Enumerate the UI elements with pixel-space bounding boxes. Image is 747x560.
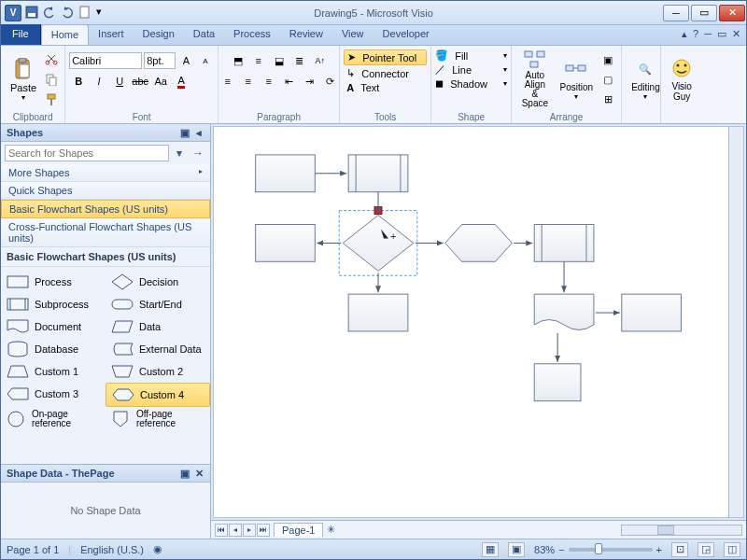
close-icon[interactable]: ✕	[193, 468, 204, 479]
fit-page-button[interactable]: ⊡	[671, 542, 688, 557]
zoom-out-button[interactable]: −	[558, 544, 564, 555]
align-top-button[interactable]: ⬒	[229, 51, 247, 70]
shape-document[interactable]: Document	[1, 315, 106, 338]
align-right-button[interactable]: ≡	[260, 72, 278, 91]
shape-database[interactable]: Database	[1, 338, 106, 360]
group-button[interactable]: ⊞	[599, 90, 617, 108]
increase-font-button[interactable]: A↑	[311, 51, 330, 70]
decrease-indent-button[interactable]: ⇤	[280, 72, 299, 91]
next-page-button[interactable]: ▸	[243, 524, 256, 537]
shape-offpageref[interactable]: Off-page reference	[106, 407, 210, 431]
tab-view[interactable]: View	[332, 24, 374, 45]
send-back-button[interactable]: ▢	[599, 70, 617, 89]
shape-custom4[interactable]: Custom 4	[106, 383, 210, 407]
position-button[interactable]: Position▾	[555, 49, 599, 110]
shape-process[interactable]: Process	[1, 271, 106, 293]
shape-search-input[interactable]	[5, 145, 169, 161]
line-button[interactable]: ／ Line▾	[435, 63, 507, 77]
bullets-button[interactable]: ≣	[290, 51, 309, 70]
shape-startend[interactable]: Start/End	[106, 293, 210, 315]
shapes-collapse-icon[interactable]: ◂	[193, 127, 204, 138]
paste-button[interactable]: Paste ▾	[5, 49, 42, 110]
visioguy-button[interactable]: Visio Guy	[665, 49, 698, 110]
record-macro-icon[interactable]: ◉	[153, 543, 162, 555]
redo-icon[interactable]	[61, 6, 76, 21]
zoom-level[interactable]: 83%	[534, 544, 555, 555]
page-tab[interactable]: Page-1	[274, 523, 323, 537]
undo-icon[interactable]	[43, 6, 58, 21]
search-icon[interactable]: →	[190, 145, 206, 161]
horizontal-scrollbar[interactable]	[621, 525, 742, 536]
pan-zoom-button[interactable]: ◲	[698, 542, 714, 557]
ribbon-minimize-icon[interactable]: ▴	[682, 28, 687, 40]
mdi-close-icon[interactable]: ✕	[732, 28, 740, 40]
shrink-font-button[interactable]: A	[197, 51, 215, 70]
zoom-slider[interactable]	[569, 548, 653, 552]
cut-button[interactable]	[42, 49, 61, 68]
maximize-button[interactable]: ▭	[691, 5, 717, 21]
editing-button[interactable]: 🔍 Editing▾	[626, 49, 666, 110]
tab-design[interactable]: Design	[134, 24, 184, 45]
grow-font-button[interactable]: A	[177, 51, 195, 70]
tab-review[interactable]: Review	[280, 24, 332, 45]
mdi-restore-icon[interactable]: ▭	[717, 28, 726, 40]
font-name-combo[interactable]	[69, 52, 142, 69]
shape-custom1[interactable]: Custom 1	[1, 360, 106, 383]
shape-decision[interactable]: Decision	[106, 271, 210, 293]
switch-windows-button[interactable]: ◫	[724, 542, 740, 557]
align-center-button[interactable]: ≡	[239, 72, 258, 91]
vertical-scrollbar[interactable]	[728, 127, 743, 517]
shadow-button[interactable]: ◼ Shadow▾	[435, 77, 507, 90]
search-dropdown-icon[interactable]: ▾	[171, 145, 188, 161]
help-icon[interactable]: ?	[693, 28, 698, 40]
save-icon[interactable]	[25, 6, 40, 21]
font-color-button[interactable]: A	[172, 72, 190, 91]
shape-custom2[interactable]: Custom 2	[106, 360, 210, 383]
align-left-button[interactable]: ≡	[218, 72, 237, 91]
prev-page-button[interactable]: ◂	[229, 524, 242, 537]
tab-home[interactable]: Home	[41, 24, 89, 45]
first-page-button[interactable]: ⏮	[215, 524, 228, 537]
font-size-combo[interactable]	[144, 52, 176, 69]
tab-developer[interactable]: Developer	[374, 24, 439, 45]
tab-file[interactable]: File	[1, 24, 41, 45]
text-tool-button[interactable]: A Text	[344, 81, 427, 94]
stencil-cross-functional[interactable]: Cross-Functional Flowchart Shapes (US un…	[1, 218, 210, 247]
shape-custom3[interactable]: Custom 3	[1, 383, 106, 405]
pointer-tool-button[interactable]: ➤ Pointer Tool	[344, 49, 427, 65]
full-screen-button[interactable]: ▣	[508, 542, 525, 557]
strike-button[interactable]: abc	[131, 72, 149, 91]
tab-insert[interactable]: Insert	[89, 24, 134, 45]
tab-data[interactable]: Data	[184, 24, 224, 45]
presentation-view-button[interactable]: ▦	[482, 542, 499, 557]
pin-icon[interactable]: ▣	[179, 127, 190, 138]
quick-shapes[interactable]: Quick Shapes	[1, 182, 210, 200]
shape-subprocess[interactable]: Subprocess	[1, 293, 106, 315]
align-bottom-button[interactable]: ⬓	[270, 51, 289, 70]
pin-icon[interactable]: ▣	[179, 468, 190, 479]
mdi-minimize-icon[interactable]: ─	[704, 28, 712, 40]
status-language[interactable]: English (U.S.)	[80, 544, 144, 555]
insert-page-button[interactable]: ✳	[327, 524, 335, 536]
last-page-button[interactable]: ⏭	[257, 524, 270, 537]
align-middle-button[interactable]: ≡	[249, 51, 268, 70]
increase-indent-button[interactable]: ⇥	[301, 72, 319, 91]
underline-button[interactable]: U	[110, 72, 129, 91]
bring-front-button[interactable]: ▣	[599, 50, 617, 69]
italic-button[interactable]: I	[90, 72, 108, 91]
formatpainter-button[interactable]	[42, 91, 61, 109]
connector-tool-button[interactable]: ↳ Connector	[344, 66, 427, 80]
shape-onpageref[interactable]: On-page reference	[1, 407, 106, 431]
shape-data[interactable]: Data	[106, 315, 210, 338]
text-case-button[interactable]: Aa	[151, 72, 170, 91]
shape-externaldata[interactable]: External Data	[106, 338, 210, 360]
bold-button[interactable]: B	[69, 72, 88, 91]
copy-button[interactable]	[42, 70, 61, 89]
rotate-text-button[interactable]: ⟳	[321, 72, 340, 91]
zoom-in-button[interactable]: +	[656, 544, 662, 555]
minimize-button[interactable]: ─	[663, 5, 689, 21]
tab-process[interactable]: Process	[224, 24, 280, 45]
more-shapes[interactable]: More Shapes ▸	[1, 164, 210, 182]
close-button[interactable]: ✕	[719, 5, 745, 21]
stencil-basic-flowchart[interactable]: Basic Flowchart Shapes (US units)	[1, 200, 210, 218]
